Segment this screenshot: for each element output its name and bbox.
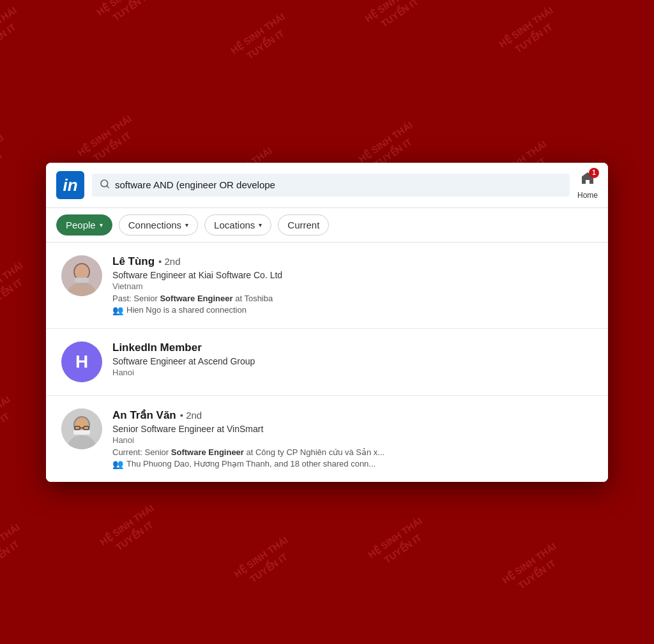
result-name-1: Lê Tùng bbox=[112, 255, 155, 268]
result-title-3: Senior Software Engineer at VinSmart bbox=[112, 424, 593, 434]
filter-locations-button[interactable]: Locations ▾ bbox=[204, 214, 271, 236]
result-extra-3: Current: Senior Software Engineer at Côn… bbox=[112, 447, 508, 457]
search-bar[interactable] bbox=[92, 174, 570, 197]
home-nav-item[interactable]: 1 Home bbox=[577, 170, 598, 200]
linkedin-logo-text: in bbox=[63, 177, 77, 193]
avatar-an-tran-van bbox=[61, 408, 102, 449]
result-name-row-2: LinkedIn Member bbox=[112, 341, 593, 354]
filter-current-button[interactable]: Current bbox=[278, 214, 329, 236]
result-extra-prefix-3: Current: Senior bbox=[112, 447, 171, 457]
results-list: Lê Tùng • 2nd Software Engineer at Kiai … bbox=[46, 243, 608, 482]
result-name-2: LinkedIn Member bbox=[112, 341, 202, 354]
result-degree-3: • 2nd bbox=[180, 410, 202, 421]
result-name-row-1: Lê Tùng • 2nd bbox=[112, 255, 593, 268]
result-degree-1: • 2nd bbox=[158, 256, 180, 267]
result-name-3: An Trần Văn bbox=[112, 408, 176, 422]
filter-people-label: People bbox=[66, 220, 96, 230]
filter-people-button[interactable]: People ▾ bbox=[56, 214, 112, 236]
filter-connections-label: Connections bbox=[128, 220, 181, 230]
chevron-down-icon: ▾ bbox=[259, 221, 262, 228]
shared-connections-icon-1: 👥 bbox=[112, 305, 123, 315]
result-item-2[interactable]: H LinkedIn Member Software Engineer at A… bbox=[46, 329, 608, 396]
result-title-2: Software Engineer at Ascend Group bbox=[112, 356, 593, 366]
svg-line-1 bbox=[107, 186, 109, 188]
chevron-down-icon: ▾ bbox=[100, 221, 103, 228]
header: in 1 Home bbox=[46, 163, 608, 208]
result-extra-bold-1: Software Engineer bbox=[160, 294, 232, 303]
result-name-row-3: An Trần Văn • 2nd bbox=[112, 408, 593, 422]
search-input[interactable] bbox=[115, 179, 562, 190]
chevron-down-icon: ▾ bbox=[185, 221, 188, 228]
shared-connections-icon-3: 👥 bbox=[112, 459, 123, 469]
avatar-initial-2: H bbox=[75, 352, 88, 372]
browser-window: in 1 Home bbox=[46, 163, 608, 482]
result-info-3: An Trần Văn • 2nd Senior Software Engine… bbox=[112, 408, 593, 469]
filter-locations-label: Locations bbox=[214, 220, 255, 230]
linkedin-logo: in bbox=[56, 171, 84, 199]
result-info-2: LinkedIn Member Software Engineer at Asc… bbox=[112, 341, 593, 380]
filter-current-label: Current bbox=[287, 220, 319, 230]
filter-connections-button[interactable]: Connections ▾ bbox=[119, 214, 198, 236]
home-icon: 1 bbox=[580, 170, 595, 190]
result-shared-3: 👥 Thu Phuong Dao, Hương Phạm Thanh, and … bbox=[112, 459, 508, 469]
search-icon bbox=[100, 179, 110, 191]
svg-rect-11 bbox=[73, 430, 90, 435]
filter-bar: People ▾ Connections ▾ Locations ▾ Curre… bbox=[46, 208, 608, 243]
result-shared-1: 👥 Hien Ngo is a shared connection bbox=[112, 305, 593, 315]
result-extra-1: Past: Senior Software Engineer at Toshib… bbox=[112, 294, 593, 303]
result-extra-suffix-1: at Toshiba bbox=[233, 294, 273, 303]
svg-rect-6 bbox=[75, 278, 89, 283]
result-extra-prefix-1: Past: Senior bbox=[112, 294, 160, 303]
result-item-3[interactable]: An Trần Văn • 2nd Senior Software Engine… bbox=[46, 396, 608, 482]
result-extra-suffix-3: at Công ty CP Nghiên cứu và Sản x... bbox=[244, 447, 384, 457]
header-actions: 1 Home bbox=[577, 170, 598, 200]
result-shared-text-1: Hien Ngo is a shared connection bbox=[126, 305, 247, 315]
home-label: Home bbox=[577, 191, 598, 200]
result-location-1: Vietnam bbox=[112, 281, 593, 291]
avatar-le-tung bbox=[61, 255, 102, 296]
result-location-2: Hanoi bbox=[112, 368, 593, 377]
notification-badge: 1 bbox=[589, 168, 599, 178]
result-shared-text-3: Thu Phuong Dao, Hương Phạm Thanh, and 18… bbox=[126, 459, 376, 468]
avatar-linkedin-member: H bbox=[61, 341, 102, 382]
result-extra-bold-3: Software Engineer bbox=[171, 447, 244, 457]
result-info-1: Lê Tùng • 2nd Software Engineer at Kiai … bbox=[112, 255, 593, 315]
svg-point-5 bbox=[75, 264, 89, 280]
result-location-3: Hanoi bbox=[112, 435, 593, 445]
result-title-1: Software Engineer at Kiai Software Co. L… bbox=[112, 270, 593, 280]
result-item-1[interactable]: Lê Tùng • 2nd Software Engineer at Kiai … bbox=[46, 243, 608, 329]
